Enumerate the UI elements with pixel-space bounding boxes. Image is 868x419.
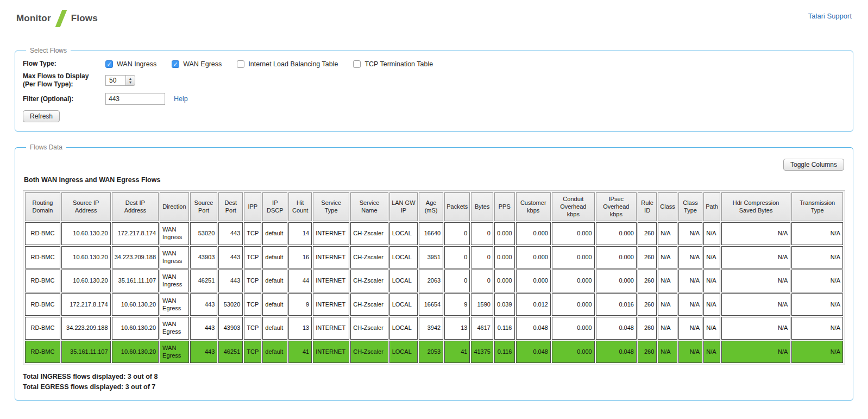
flow-cell: N/A <box>721 246 790 269</box>
flow-cell: INTERNET <box>313 317 349 340</box>
flow-type-option-label: TCP Termination Table <box>364 60 433 68</box>
flow-cell: 260 <box>638 293 657 316</box>
flow-cell: N/A <box>721 293 790 316</box>
flow-type-option[interactable]: Internet Load Balancing Table <box>237 60 338 68</box>
stepper-buttons[interactable]: ▲ ▼ <box>126 75 135 86</box>
flow-cell: WAN Ingress <box>160 222 189 245</box>
flow-cell: 2053 <box>419 341 443 364</box>
select-flows-legend: Select Flows <box>26 47 71 54</box>
flow-cell: N/A <box>721 317 790 340</box>
flow-cell: LOCAL <box>389 246 418 269</box>
flow-row[interactable]: RD-BMC10.60.130.2035.161.11.107WAN Ingre… <box>25 270 843 292</box>
max-flows-label-line2: (Per Flow Type): <box>23 80 98 89</box>
flow-cell: 2063 <box>419 270 443 292</box>
flow-row[interactable]: RD-BMC34.223.209.18810.60.130.20WAN Egre… <box>25 317 843 340</box>
flows-table-wrap: Routing DomainSource IP AddressDest IP A… <box>23 190 845 365</box>
flow-cell: CH-Zscaler <box>350 246 388 269</box>
column-header: Source IP Address <box>61 192 111 221</box>
column-header: Packets <box>444 192 470 221</box>
flow-type-option[interactable]: ✓WAN Egress <box>172 60 222 68</box>
flow-cell: 53020 <box>218 293 243 316</box>
flow-type-option[interactable]: TCP Termination Table <box>353 60 433 68</box>
flow-cell: 0 <box>471 246 493 269</box>
flows-toolbar: Toggle Columns <box>23 159 844 171</box>
flow-cell: N/A <box>791 222 843 245</box>
flow-cell: 0.000 <box>552 270 595 292</box>
flow-cell: 0.039 <box>494 293 515 316</box>
flow-row[interactable]: RD-BMC172.217.8.17410.60.130.20WAN Egres… <box>25 293 843 316</box>
flow-cell: 0.000 <box>516 270 551 292</box>
flow-cell: 0.048 <box>596 317 637 340</box>
column-header: Rule ID <box>638 192 657 221</box>
flow-cell: 0.000 <box>552 246 595 269</box>
flow-row-highlighted[interactable]: RD-BMC35.161.11.10710.60.130.20WAN Egres… <box>25 341 843 364</box>
filter-row: Filter (Optional): Help <box>23 93 845 105</box>
checkbox-unchecked-icon[interactable] <box>237 60 244 68</box>
flow-cell: 46251 <box>190 270 218 292</box>
flow-cell: 260 <box>638 341 657 364</box>
flow-row[interactable]: RD-BMC10.60.130.20172.217.8.174WAN Ingre… <box>25 222 843 245</box>
flow-cell: 34.223.209.188 <box>61 317 111 340</box>
flow-cell: N/A <box>703 246 720 269</box>
flow-cell: 260 <box>638 246 657 269</box>
checkbox-unchecked-icon[interactable] <box>353 60 361 68</box>
flow-cell: 443 <box>218 246 243 269</box>
flow-cell: 0 <box>444 270 470 292</box>
checkbox-checked-icon[interactable]: ✓ <box>172 60 179 68</box>
flow-cell: N/A <box>791 293 843 316</box>
column-header: Service Name <box>350 192 388 221</box>
toggle-columns-button[interactable]: Toggle Columns <box>783 159 844 171</box>
flow-cell: N/A <box>658 317 677 340</box>
flow-cell: TCP <box>244 222 261 245</box>
flow-cell: TCP <box>244 317 261 340</box>
stepper-down-icon[interactable]: ▼ <box>129 80 133 84</box>
flow-row[interactable]: RD-BMC10.60.130.2034.223.209.188WAN Ingr… <box>25 246 843 269</box>
max-flows-label-line1: Max Flows to Display <box>23 72 98 80</box>
flow-cell: N/A <box>658 222 677 245</box>
flow-cell: 10.60.130.20 <box>61 222 111 245</box>
flow-cell: default <box>262 341 287 364</box>
flow-cell: 0 <box>444 246 470 269</box>
flow-cell: 260 <box>638 317 657 340</box>
column-header: Class Type <box>678 192 702 221</box>
flow-type-option[interactable]: ✓WAN Ingress <box>105 60 156 68</box>
talari-support-link[interactable]: Talari Support <box>808 10 852 20</box>
max-flows-stepper[interactable]: 50 ▲ ▼ <box>105 75 135 86</box>
flow-cell: 3951 <box>419 246 443 269</box>
checkbox-checked-icon[interactable]: ✓ <box>105 60 113 68</box>
flow-cell: 0.116 <box>494 317 515 340</box>
flow-cell: 0.048 <box>596 341 637 364</box>
flow-cell: INTERNET <box>313 341 349 364</box>
flow-cell: 10.60.130.20 <box>112 341 159 364</box>
flow-cell: LOCAL <box>389 317 418 340</box>
flow-cell: LOCAL <box>389 270 418 292</box>
flow-cell: 0.000 <box>494 222 515 245</box>
totals-line: Total EGRESS flows displayed: 3 out of 7 <box>23 382 845 392</box>
flow-cell: default <box>262 222 287 245</box>
flow-cell: 0.012 <box>516 293 551 316</box>
flow-cell: 443 <box>218 270 243 292</box>
filter-input[interactable] <box>105 93 165 105</box>
page-title: Flows <box>71 13 98 24</box>
flow-cell: 9 <box>444 293 470 316</box>
flow-cell: default <box>262 270 287 292</box>
help-link[interactable]: Help <box>174 95 188 103</box>
flow-cell: N/A <box>658 270 677 292</box>
column-header: Bytes <box>471 192 493 221</box>
flow-cell: 0.116 <box>494 341 515 364</box>
flow-cell: 4617 <box>471 317 493 340</box>
flow-cell: LOCAL <box>389 341 418 364</box>
flow-cell: N/A <box>703 341 720 364</box>
max-flows-value[interactable]: 50 <box>105 75 126 86</box>
flow-cell: 44 <box>288 270 312 292</box>
flow-cell: 0 <box>444 222 470 245</box>
flow-cell: WAN Egress <box>160 293 189 316</box>
flow-cell: 0.048 <box>516 317 551 340</box>
flow-cell: 1590 <box>471 293 493 316</box>
flow-cell: WAN Ingress <box>160 246 189 269</box>
refresh-button[interactable]: Refresh <box>23 110 60 122</box>
flow-cell: N/A <box>791 317 843 340</box>
stepper-up-icon[interactable]: ▲ <box>129 77 133 80</box>
flow-cell: N/A <box>721 341 790 364</box>
flow-cell: LOCAL <box>389 293 418 316</box>
